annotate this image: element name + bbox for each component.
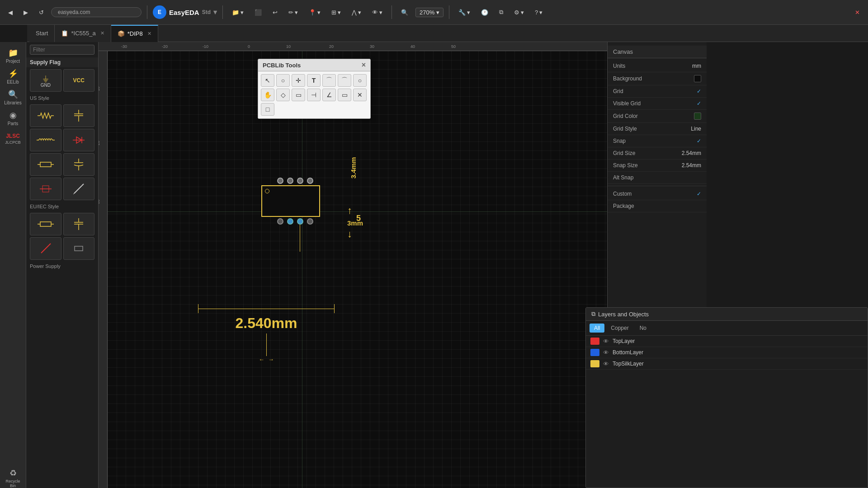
resistor-us-symbol[interactable] bbox=[30, 104, 61, 127]
save-button[interactable]: ⬛ bbox=[251, 7, 265, 18]
pen-symbol[interactable] bbox=[63, 178, 95, 200]
eye-button[interactable]: 👁▾ bbox=[368, 7, 386, 18]
visible-grid-checkbox[interactable]: ✓ bbox=[697, 100, 701, 107]
tab-ic555-close-button[interactable]: ✕ bbox=[100, 30, 104, 36]
zoom-in-button[interactable]: 🔍 bbox=[397, 7, 412, 18]
pcbtools-close-button[interactable]: × bbox=[362, 61, 366, 69]
sidebar-item-libraries[interactable]: 🔍 Libraries bbox=[3, 87, 23, 107]
pcbtool-arc2-button[interactable]: ⌒ bbox=[338, 74, 351, 87]
bottomlayer-color-swatch[interactable] bbox=[590, 349, 599, 356]
battery-icon bbox=[39, 182, 52, 196]
layers-tab-all[interactable]: All bbox=[590, 324, 604, 333]
euiec-res-symbol[interactable] bbox=[30, 213, 61, 235]
tools-button[interactable]: 🔧▾ bbox=[455, 7, 474, 18]
sidebar-item-parts[interactable]: ◉ Parts bbox=[3, 108, 23, 128]
euiec-cap-symbol[interactable] bbox=[63, 213, 95, 235]
back-button[interactable]: ◀ bbox=[5, 7, 16, 18]
settings-button[interactable]: ⚙▾ bbox=[510, 7, 528, 18]
forward-button[interactable]: ▶ bbox=[20, 7, 32, 18]
tab-ic555-icon: 📋 bbox=[61, 30, 68, 37]
help-button[interactable]: ?▾ bbox=[531, 7, 546, 18]
tab-dip8-close-button[interactable]: ✕ bbox=[147, 31, 151, 37]
tools-dropdown-icon: ▾ bbox=[467, 9, 470, 16]
location-button[interactable]: 📍▾ bbox=[305, 7, 324, 18]
tab-dip8[interactable]: 📦 *DIP8 ✕ bbox=[111, 25, 158, 42]
layers-tab-copper[interactable]: Copper bbox=[606, 324, 633, 333]
toplayer-color-swatch[interactable] bbox=[590, 338, 599, 345]
pcbtool-text-icon: T bbox=[312, 77, 316, 84]
resistor-us-icon bbox=[37, 111, 55, 120]
visible-grid-label: Visible Grid bbox=[613, 100, 641, 107]
capacitor-symbol[interactable] bbox=[63, 104, 95, 127]
units-value[interactable]: mm bbox=[692, 63, 701, 69]
pcbtool-square-button[interactable]: □ bbox=[261, 103, 274, 116]
topsilk-color-swatch[interactable] bbox=[590, 360, 599, 367]
ruler-mark-v-20: -20 bbox=[99, 141, 100, 146]
sidebar-item-eelib[interactable]: ⚡ EELib bbox=[3, 66, 23, 86]
battery-symbol[interactable] bbox=[30, 178, 61, 200]
resistor-eu-symbol[interactable] bbox=[30, 153, 61, 176]
sidebar-item-project[interactable]: 📁 Project bbox=[3, 46, 23, 66]
pcbtool-circle-button[interactable]: ○ bbox=[276, 74, 290, 87]
layers-tabs: All Copper No bbox=[586, 321, 868, 336]
pcbtool-move-button[interactable]: ↖ bbox=[261, 74, 274, 87]
pcbtool-hand-button[interactable]: ✋ bbox=[261, 89, 274, 101]
align-button[interactable]: ⊞▾ bbox=[328, 7, 344, 18]
layers-button[interactable]: ⧉ bbox=[495, 7, 507, 18]
zoom-level-display[interactable]: 270% ▾ bbox=[415, 8, 443, 17]
zoom-dropdown-icon: ▾ bbox=[436, 9, 439, 16]
supply-flag-section: Supply Flag bbox=[26, 57, 98, 67]
sidebar-item-jlcpcb[interactable]: JLSC JLCPCB bbox=[3, 129, 23, 149]
window-close-button[interactable]: ✕ bbox=[851, 7, 863, 18]
euiec-ind-symbol[interactable] bbox=[30, 237, 61, 260]
address-bar[interactable]: easyeda.com bbox=[51, 7, 142, 17]
sidebar-item-recycle[interactable]: ♻ Recycle Bin bbox=[3, 468, 23, 488]
pin-bottom-3 bbox=[297, 218, 303, 225]
filter-input[interactable] bbox=[30, 45, 94, 55]
snap-checkbox[interactable]: ✓ bbox=[697, 138, 701, 144]
gnd-symbol[interactable]: ⏚ GND bbox=[30, 69, 61, 92]
pcbtool-angle-button[interactable]: ∠ bbox=[322, 89, 336, 101]
diode-symbol[interactable] bbox=[63, 129, 95, 151]
inductor-symbol[interactable] bbox=[30, 129, 61, 151]
vcc-symbol[interactable]: VCC bbox=[63, 69, 95, 92]
grid-size-value[interactable]: 2.54mm bbox=[682, 150, 701, 156]
tab-start[interactable]: Start bbox=[29, 25, 55, 42]
pcbtool-arc1-button[interactable]: ⌒ bbox=[322, 74, 336, 87]
snap-size-row: Snap Size 2.54mm bbox=[608, 160, 707, 172]
canvas-header-label: Canvas bbox=[613, 48, 633, 55]
layers-objects-panel: ⧉ Layers and Objects All Copper No 👁 Top… bbox=[585, 307, 868, 488]
grid-color-label: Grid Color bbox=[613, 113, 638, 119]
grid-style-value[interactable]: Line bbox=[691, 126, 701, 132]
layers-tab-no[interactable]: No bbox=[635, 324, 651, 333]
euiec-bat-icon bbox=[72, 242, 85, 255]
pcbtool-conn-button[interactable]: ⊣ bbox=[307, 89, 321, 101]
custom-checkbox[interactable]: ✓ bbox=[697, 191, 701, 197]
wire-button[interactable]: ⋀▾ bbox=[348, 7, 365, 18]
pcbtool-image-button[interactable]: ▭ bbox=[292, 89, 305, 101]
undo-button[interactable]: ↩ bbox=[269, 7, 281, 18]
snap-size-value[interactable]: 2.54mm bbox=[682, 162, 701, 169]
package-label: Package bbox=[613, 203, 634, 209]
pcbtool-text-button[interactable]: T bbox=[307, 74, 321, 87]
topsilk-visibility-icon[interactable]: 👁 bbox=[603, 361, 609, 367]
pcbtool-rect-button[interactable]: ▭ bbox=[338, 89, 351, 101]
grid-color-swatch[interactable] bbox=[694, 113, 701, 120]
history-button[interactable]: 🕐 bbox=[477, 7, 492, 18]
pcbtool-x-button[interactable]: ✕ bbox=[353, 89, 367, 101]
toplayer-visibility-icon[interactable]: 👁 bbox=[603, 338, 609, 345]
app-dropdown-icon[interactable]: ▾ bbox=[213, 8, 217, 16]
capacitor2-symbol[interactable] bbox=[63, 153, 95, 176]
pencil-button[interactable]: ✏▾ bbox=[285, 7, 302, 18]
euiec-bat-symbol[interactable] bbox=[63, 237, 95, 260]
background-color-swatch[interactable] bbox=[694, 75, 701, 82]
bottomlayer-visibility-icon[interactable]: 👁 bbox=[603, 349, 609, 356]
pcbtool-diamond-button[interactable]: ◇ bbox=[276, 89, 290, 101]
refresh-button[interactable]: ↺ bbox=[35, 7, 47, 18]
grid-checkbox[interactable]: ✓ bbox=[697, 88, 701, 94]
file-button[interactable]: 📁▾ bbox=[228, 7, 247, 18]
tab-ic555[interactable]: 📋 *IC555_a ✕ bbox=[55, 25, 111, 42]
pcbtool-ellipse-button[interactable]: ○ bbox=[353, 74, 367, 87]
help-dropdown-icon: ▾ bbox=[539, 9, 542, 16]
pcbtool-cross-button[interactable]: ✛ bbox=[292, 74, 305, 87]
